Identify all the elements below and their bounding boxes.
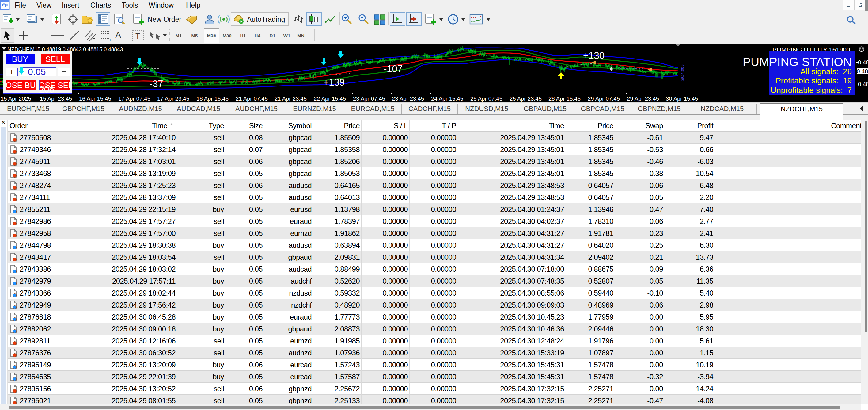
svg-text:T: T bbox=[135, 32, 140, 40]
svg-text:F: F bbox=[110, 38, 112, 42]
svg-text:E: E bbox=[93, 37, 95, 42]
